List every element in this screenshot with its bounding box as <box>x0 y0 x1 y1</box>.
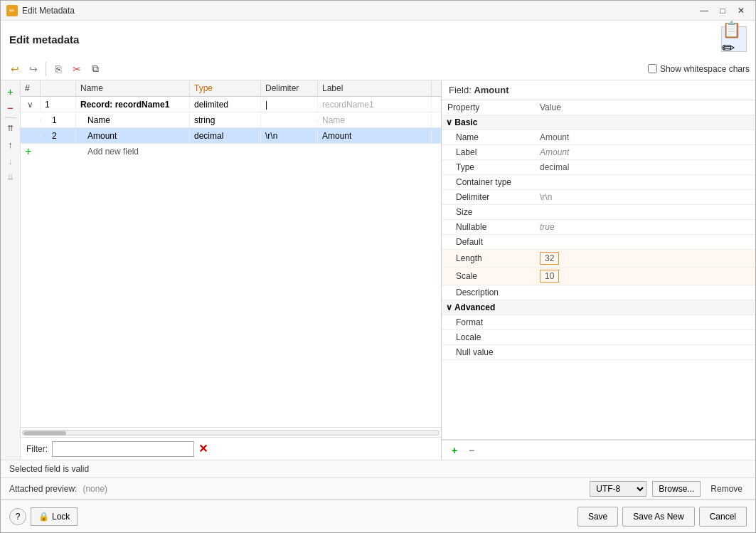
whitespace-checkbox-label[interactable]: Show whitespace chars <box>648 64 750 74</box>
paste-button[interactable]: ⧉ <box>87 60 104 78</box>
prop-value-description[interactable] <box>534 285 755 300</box>
props-footer: + − <box>442 440 755 460</box>
toolbar-separator-1 <box>46 62 46 76</box>
minimize-button[interactable]: — <box>696 4 713 18</box>
filter-clear-button[interactable]: ✕ <box>198 442 208 455</box>
main-content: + − ⇈ ↑ ↓ ⇊ # Name Type Deli <box>1 80 755 460</box>
prop-col-value: Value <box>534 100 755 115</box>
filter-bar: Filter: ✕ <box>21 437 441 460</box>
cell-type-record: delimited <box>190 98 261 111</box>
scrollbar-thumb[interactable] <box>23 431 66 436</box>
prop-row-description[interactable]: Description <box>442 285 755 300</box>
move-down-button[interactable]: ↓ <box>3 153 18 169</box>
prop-value-delimiter[interactable]: \r\n <box>534 190 755 205</box>
prop-value-name[interactable]: Amount <box>534 130 755 145</box>
table-scroll-area: ∨ 1 Record: recordName1 delimited | reco… <box>21 97 441 437</box>
help-button[interactable]: ? <box>9 508 26 525</box>
add-field-num <box>41 150 76 153</box>
prop-col-property: Property <box>442 100 534 115</box>
undo-button[interactable]: ↩ <box>6 60 23 78</box>
close-button[interactable]: ✕ <box>733 4 750 18</box>
move-bottom-button[interactable]: ⇊ <box>3 169 18 185</box>
prop-value-default[interactable] <box>534 235 755 250</box>
prop-value-format[interactable] <box>534 315 755 330</box>
lock-button[interactable]: 🔒 Lock <box>31 507 78 526</box>
whitespace-checkbox-input[interactable] <box>648 64 657 73</box>
table-row[interactable]: 2 Amount decimal \r\n Amount <box>21 128 441 144</box>
prop-row-default[interactable]: Default <box>442 235 755 250</box>
add-field-label[interactable]: Add new field <box>76 145 190 158</box>
cell-type-amount: decimal <box>190 130 261 142</box>
add-field-row[interactable]: + Add new field <box>21 144 441 159</box>
cell-label-record: recordName1 <box>318 98 432 111</box>
prop-value-type[interactable]: decimal <box>534 160 755 175</box>
col-label: Label <box>318 80 432 96</box>
section-advanced[interactable]: ∨ Advanced <box>442 300 755 315</box>
prop-value-label[interactable]: Amount <box>534 145 755 160</box>
move-top-button[interactable]: ⇈ <box>3 120 18 136</box>
prop-row-length[interactable]: Length 32 <box>442 250 755 268</box>
add-field-button[interactable]: + <box>3 83 18 99</box>
filter-input[interactable] <box>52 441 194 457</box>
prop-value-null-value[interactable] <box>534 345 755 360</box>
encoding-dropdown[interactable]: UTF-8 <box>590 481 646 497</box>
prop-row-locale[interactable]: Locale <box>442 330 755 345</box>
cell-name-amount: Amount <box>76 130 190 142</box>
prop-name-format: Format <box>442 315 534 330</box>
table-row[interactable]: ∨ 1 Record: recordName1 delimited | reco… <box>21 97 441 112</box>
prop-value-length[interactable]: 32 <box>534 250 755 268</box>
prop-row-label[interactable]: Label Amount <box>442 145 755 160</box>
prop-value-container-type[interactable] <box>534 175 755 190</box>
prop-name-delimiter: Delimiter <box>442 190 534 205</box>
props-add-button[interactable]: + <box>447 443 462 458</box>
redo-button[interactable]: ↪ <box>25 60 42 78</box>
cut-button[interactable]: ✂ <box>68 60 85 78</box>
prop-row-delimiter[interactable]: Delimiter \r\n <box>442 190 755 205</box>
lock-icon: 🔒 <box>38 512 49 522</box>
prop-row-scale[interactable]: Scale 10 <box>442 268 755 285</box>
prop-value-locale[interactable] <box>534 330 755 345</box>
horizontal-scrollbar[interactable] <box>21 427 441 437</box>
prop-row-format[interactable]: Format <box>442 315 755 330</box>
table-row[interactable]: 1 Name string Name <box>21 112 441 128</box>
cancel-button[interactable]: Cancel <box>699 507 747 527</box>
prop-row-container-type[interactable]: Container type <box>442 175 755 190</box>
add-field-plus[interactable]: + <box>21 144 41 159</box>
copy-button[interactable]: ⎘ <box>50 60 67 78</box>
prop-row-nullable[interactable]: Nullable true <box>442 220 755 235</box>
prop-value-scale[interactable]: 10 <box>534 268 755 285</box>
section-advanced-expand-icon: ∨ <box>446 302 454 312</box>
prop-value-nullable[interactable]: true <box>534 220 755 235</box>
preview-label: Attached preview: <box>9 484 77 494</box>
prop-name-name: Name <box>442 130 534 145</box>
prop-name-length: Length <box>442 250 534 268</box>
maximize-button[interactable]: □ <box>714 4 731 18</box>
save-as-new-button[interactable]: Save As New <box>622 507 694 527</box>
cell-name-record: Record: recordName1 <box>76 98 190 111</box>
prop-row-name[interactable]: Name Amount <box>442 130 755 145</box>
cell-delimiter-name <box>261 119 318 122</box>
left-panel: + − ⇈ ↑ ↓ ⇊ # Name Type Deli <box>1 80 442 460</box>
table-area: # Name Type Delimiter Label ∨ <box>21 80 441 460</box>
prop-row-size[interactable]: Size <box>442 205 755 220</box>
col-num <box>41 80 76 96</box>
cell-num-amount: 2 <box>41 130 76 142</box>
remove-button[interactable]: Remove <box>706 481 747 497</box>
browse-button[interactable]: Browse... <box>652 481 701 497</box>
cell-expand: ∨ <box>21 98 41 111</box>
prop-value-size[interactable] <box>534 205 755 220</box>
section-basic[interactable]: ∨ Basic <box>442 115 755 130</box>
prop-row-null-value[interactable]: Null value <box>442 345 755 360</box>
scrollbar-track[interactable] <box>22 430 440 436</box>
section-basic-label: ∨ Basic <box>442 115 755 130</box>
props-remove-button[interactable]: − <box>464 443 479 458</box>
filter-label: Filter: <box>26 444 48 454</box>
window-controls[interactable]: — □ ✕ <box>696 4 750 18</box>
move-up-button[interactable]: ↑ <box>3 137 18 152</box>
prop-row-type[interactable]: Type decimal <box>442 160 755 175</box>
status-text: Selected field is valid <box>9 464 89 474</box>
remove-field-button[interactable]: − <box>3 100 18 115</box>
save-button[interactable]: Save <box>577 507 618 527</box>
prop-name-null-value: Null value <box>442 345 534 360</box>
cell-num-record: 1 <box>41 98 76 111</box>
